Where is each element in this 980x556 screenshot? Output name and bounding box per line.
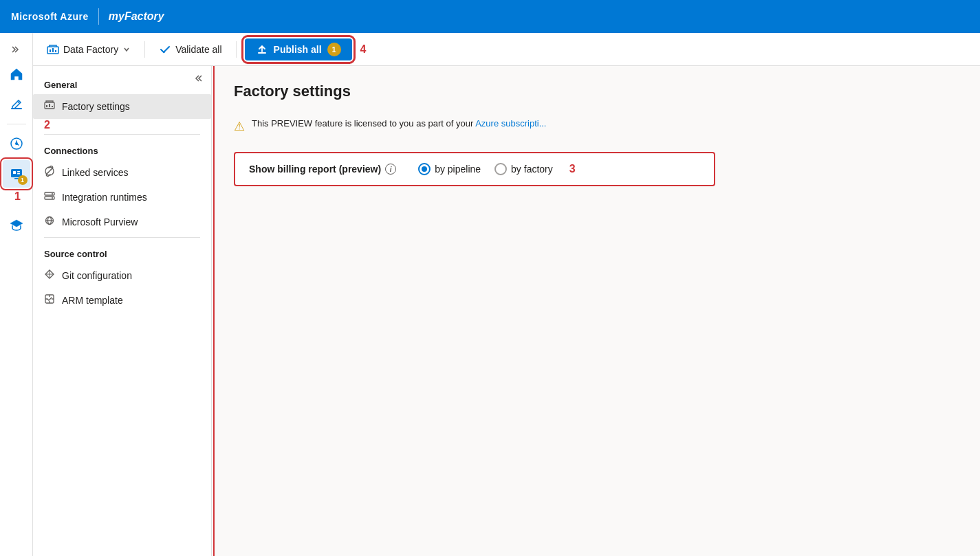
- integration-runtimes-label: Integration runtimes: [62, 192, 147, 203]
- main-content: Factory settings ⚠ This PREVIEW feature …: [212, 66, 980, 556]
- toolbar: Data Factory Validate all Publish: [33, 33, 980, 66]
- brand: Microsoft Azure myFactory: [11, 8, 164, 25]
- billing-info-icon[interactable]: i: [385, 164, 396, 175]
- publish-all-button[interactable]: Publish all 1: [245, 38, 352, 60]
- panel-area: General Factory settings 2 Connections: [33, 66, 980, 556]
- warning-banner: ⚠ This PREVIEW feature is licensed to yo…: [234, 111, 958, 141]
- toolbar-separator-2: [236, 41, 237, 58]
- toolbar-separator-1: [144, 41, 145, 58]
- by-pipeline-label: by pipeline: [435, 164, 481, 175]
- warning-text: This PREVIEW feature is licensed to you …: [252, 118, 546, 129]
- svg-point-15: [52, 197, 53, 199]
- nav-divider-2: [44, 237, 200, 238]
- azure-subscription-link[interactable]: Azure subscripti...: [475, 118, 546, 129]
- rail-divider: [7, 124, 26, 124]
- svg-rect-9: [258, 52, 266, 54]
- integration-runtimes-icon: [44, 190, 55, 204]
- svg-point-14: [52, 193, 53, 194]
- content-area: Data Factory Validate all Publish: [33, 33, 980, 556]
- linked-services-icon: [44, 166, 55, 179]
- source-control-section-title: Source control: [33, 241, 211, 263]
- arm-template-label: ARM template: [62, 295, 123, 306]
- purview-icon: [44, 215, 55, 229]
- integration-runtimes-nav-item[interactable]: Integration runtimes: [33, 185, 211, 210]
- microsoft-purview-label: Microsoft Purview: [62, 216, 138, 227]
- brand-separator: [98, 8, 99, 25]
- left-nav: General Factory settings 2 Connections: [33, 66, 212, 556]
- svg-rect-6: [17, 173, 20, 175]
- data-factory-label: Data Factory: [63, 44, 118, 55]
- step-1-label: 1: [14, 190, 21, 203]
- top-bar: Microsoft Azure myFactory: [0, 0, 980, 33]
- page-title: Factory settings: [234, 82, 958, 100]
- microsoft-purview-nav-item[interactable]: Microsoft Purview: [33, 210, 211, 234]
- factory-settings-label: Factory settings: [62, 101, 130, 112]
- general-section-title: General: [33, 71, 211, 94]
- git-configuration-nav-item[interactable]: Git configuration: [33, 263, 211, 288]
- manage-badge: 1: [18, 175, 28, 185]
- validate-all-label: Validate all: [175, 44, 221, 55]
- by-factory-label: by factory: [511, 164, 553, 175]
- by-factory-radio[interactable]: by factory: [494, 163, 553, 175]
- dropdown-icon: [122, 45, 131, 54]
- sidebar-item-manage[interactable]: 1: [3, 160, 30, 188]
- step-3-label: 3: [569, 163, 576, 175]
- billing-label: Show billing report (preview) i: [249, 164, 396, 175]
- by-pipeline-radio[interactable]: by pipeline: [418, 163, 481, 175]
- collapse-rail-button[interactable]: [8, 41, 25, 58]
- connections-section-title: Connections: [33, 137, 211, 160]
- factory-settings-icon: [44, 100, 55, 113]
- validate-all-button[interactable]: Validate all: [153, 41, 227, 58]
- sidebar-item-monitor[interactable]: [3, 130, 30, 157]
- microsoft-azure-label: Microsoft Azure: [11, 11, 89, 22]
- linked-services-nav-item[interactable]: Linked services: [33, 160, 211, 185]
- publish-badge: 1: [327, 43, 341, 56]
- collapse-nav-button[interactable]: [189, 71, 206, 87]
- factory-name-label: myFactory: [109, 10, 164, 23]
- arm-template-icon: [44, 293, 55, 307]
- step-4-label: 4: [360, 43, 367, 56]
- publish-icon: [256, 43, 268, 56]
- svg-point-2: [15, 142, 18, 145]
- sidebar-item-edit[interactable]: [3, 91, 30, 118]
- git-configuration-label: Git configuration: [62, 270, 132, 281]
- publish-all-label: Publish all: [274, 44, 322, 55]
- data-factory-button[interactable]: Data Factory: [41, 41, 136, 58]
- sidebar-item-home[interactable]: [3, 60, 30, 88]
- step-2-label: 2: [44, 119, 211, 131]
- by-pipeline-radio-circle: [418, 163, 431, 175]
- billing-section: Show billing report (preview) i by pipel…: [234, 152, 715, 186]
- arm-template-nav-item[interactable]: ARM template: [33, 288, 211, 313]
- icon-rail: 1 1: [0, 33, 33, 556]
- warning-icon: ⚠: [234, 119, 245, 134]
- radio-group: by pipeline by factory: [418, 163, 553, 175]
- svg-rect-5: [17, 171, 20, 173]
- git-icon: [44, 269, 55, 282]
- linked-services-label: Linked services: [62, 167, 129, 178]
- by-factory-radio-circle: [494, 163, 507, 175]
- svg-rect-4: [13, 171, 16, 174]
- main-layout: 1 1 Data Factory: [0, 33, 980, 556]
- sidebar-item-learn[interactable]: [3, 211, 30, 238]
- validate-icon: [159, 43, 171, 56]
- nav-divider-1: [44, 134, 200, 135]
- factory-settings-nav-item[interactable]: Factory settings: [33, 94, 211, 119]
